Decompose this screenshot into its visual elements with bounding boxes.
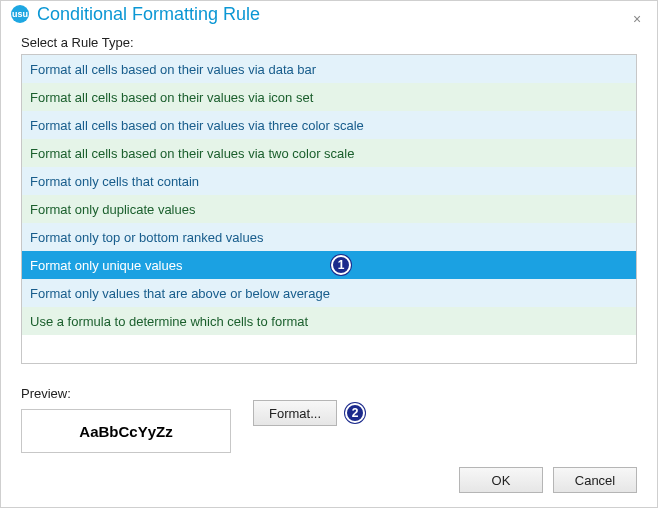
format-button[interactable]: Format... <box>253 400 337 426</box>
ok-button[interactable]: OK <box>459 467 543 493</box>
cancel-button[interactable]: Cancel <box>553 467 637 493</box>
rule-type-item[interactable]: Format only values that are above or bel… <box>22 279 636 307</box>
rule-type-item-label: Format only cells that contain <box>30 174 199 189</box>
dialog-body: Select a Rule Type: Format all cells bas… <box>1 27 657 507</box>
rule-type-item-label: Format all cells based on their values v… <box>30 90 313 105</box>
preview-block: Preview: AaBbCcYyZz <box>21 378 231 453</box>
rule-type-item-label: Format only top or bottom ranked values <box>30 230 263 245</box>
rule-type-item[interactable]: Format all cells based on their values v… <box>22 55 636 83</box>
rule-type-item-label: Use a formula to determine which cells t… <box>30 314 308 329</box>
preview-row: Preview: AaBbCcYyZz Format... 2 <box>21 378 637 453</box>
rule-type-item[interactable]: Format all cells based on their values v… <box>22 83 636 111</box>
preview-label: Preview: <box>21 386 231 401</box>
rule-type-item-label: Format only duplicate values <box>30 202 195 217</box>
close-icon[interactable]: × <box>631 13 643 25</box>
app-icon: usu <box>11 5 29 23</box>
rule-type-item-label: Format all cells based on their values v… <box>30 62 316 77</box>
rule-type-item[interactable]: Format only unique values1 <box>22 251 636 279</box>
rule-type-item[interactable]: Format all cells based on their values v… <box>22 111 636 139</box>
dialog-window: usu Conditional Formatting Rule × Select… <box>0 0 658 508</box>
rule-type-item[interactable]: Format all cells based on their values v… <box>22 139 636 167</box>
rule-type-item-label: Format all cells based on their values v… <box>30 146 354 161</box>
dialog-title: Conditional Formatting Rule <box>37 4 260 25</box>
titlebar: usu Conditional Formatting Rule × <box>1 1 657 27</box>
format-button-wrap: Format... 2 <box>253 400 365 426</box>
annotation-balloon-1: 1 <box>331 255 351 275</box>
rule-type-item[interactable]: Format only cells that contain <box>22 167 636 195</box>
annotation-balloon-2: 2 <box>345 403 365 423</box>
rule-type-item-label: Format all cells based on their values v… <box>30 118 364 133</box>
rule-type-list[interactable]: Format all cells based on their values v… <box>21 54 637 364</box>
rule-type-item[interactable]: Format only duplicate values <box>22 195 636 223</box>
select-rule-label: Select a Rule Type: <box>21 35 637 50</box>
dialog-button-row: OK Cancel <box>21 453 637 493</box>
rule-type-item[interactable]: Use a formula to determine which cells t… <box>22 307 636 335</box>
rule-type-item-label: Format only values that are above or bel… <box>30 286 330 301</box>
preview-sample: AaBbCcYyZz <box>21 409 231 453</box>
rule-type-item-label: Format only unique values <box>30 258 182 273</box>
rule-type-item[interactable]: Format only top or bottom ranked values <box>22 223 636 251</box>
